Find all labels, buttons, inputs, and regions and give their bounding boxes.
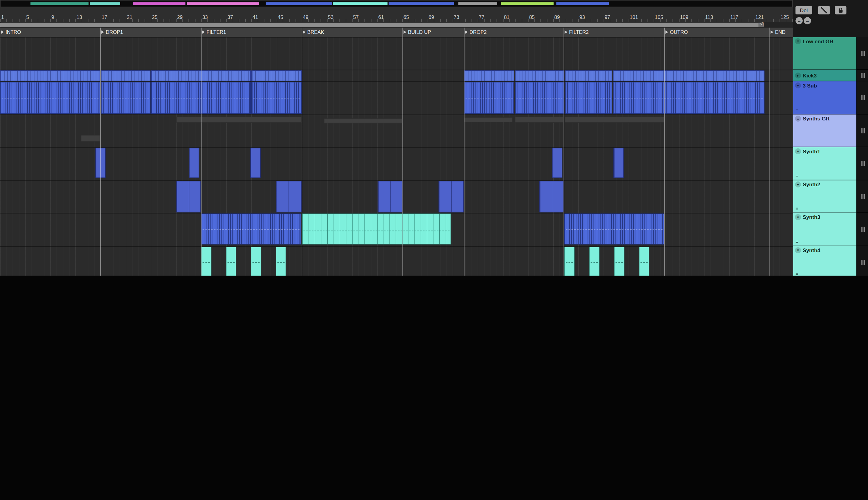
clip[interactable]: [439, 181, 464, 212]
clip[interactable]: [614, 247, 624, 276]
track-header-synth3[interactable]: ▾Synth3≡: [793, 213, 856, 246]
track-meter: [857, 70, 868, 81]
clip[interactable]: [0, 82, 100, 114]
track-header-low-end-gr[interactable]: ≡Low end GR: [793, 37, 856, 70]
clip[interactable]: [565, 70, 612, 81]
section-line: [201, 28, 202, 276]
track-header-3-sub[interactable]: ▾3 Sub≡: [793, 81, 856, 115]
clip[interactable]: [0, 70, 100, 81]
fold-icon[interactable]: ▾: [795, 247, 801, 253]
forward-arrow-icon[interactable]: →: [804, 17, 811, 24]
clip[interactable]: [539, 181, 564, 212]
locator-filter2[interactable]: FILTER2: [565, 28, 589, 37]
clip[interactable]: [251, 82, 302, 114]
menu-icon[interactable]: ≡: [795, 38, 801, 44]
clip[interactable]: [251, 247, 261, 276]
footer-menu-icon: ≡: [796, 273, 798, 276]
footer-menu-icon: ≡: [796, 109, 798, 113]
track-meter: [857, 246, 868, 276]
track-header-kick3[interactable]: ▸Kick3: [793, 70, 856, 81]
meter-bar: [864, 50, 865, 56]
locator-label: INTRO: [5, 29, 21, 35]
track-header-synth2[interactable]: ▾Synth2≡: [793, 180, 856, 213]
fade-mode-icon[interactable]: [818, 6, 830, 14]
bar-number: 13: [77, 14, 82, 20]
clip[interactable]: [201, 247, 211, 276]
track-name: Synth3: [803, 214, 820, 220]
clip[interactable]: [101, 82, 150, 114]
clip[interactable]: [565, 117, 664, 123]
track-header-synths-gr[interactable]: ≡Synths GR: [793, 115, 856, 147]
fold-icon[interactable]: ▾: [795, 148, 801, 154]
back-arrow-icon[interactable]: ←: [796, 17, 803, 24]
play-icon[interactable]: ▸: [795, 72, 801, 78]
clip[interactable]: [464, 82, 514, 114]
locator-intro[interactable]: INTRO: [1, 28, 21, 37]
delete-button[interactable]: Del: [796, 6, 812, 14]
clip[interactable]: [302, 213, 451, 245]
clip[interactable]: [324, 118, 403, 123]
locator-break[interactable]: BREAK: [303, 28, 324, 37]
fold-icon[interactable]: ▾: [795, 214, 801, 220]
clip[interactable]: [251, 70, 302, 81]
clip[interactable]: [81, 135, 100, 142]
clip[interactable]: [250, 148, 260, 178]
track-header-synth1[interactable]: ▾Synth1≡: [793, 147, 856, 181]
clip[interactable]: [101, 70, 150, 81]
clip[interactable]: [464, 117, 513, 122]
clip[interactable]: [276, 247, 286, 276]
locator-outro[interactable]: OUTRO: [665, 28, 688, 37]
bar-number: 49: [303, 14, 308, 20]
clip[interactable]: [226, 247, 236, 276]
fold-icon[interactable]: ▾: [795, 181, 801, 188]
clip[interactable]: [565, 82, 612, 114]
bar-number: 93: [579, 14, 585, 20]
horizontal-scrollbar[interactable]: [0, 22, 793, 28]
clip[interactable]: [589, 247, 599, 276]
locator-end[interactable]: END: [771, 28, 786, 37]
clip[interactable]: [613, 148, 624, 178]
clip[interactable]: [564, 247, 575, 276]
lock-icon[interactable]: [835, 6, 846, 14]
arrangement-overview[interactable]: [0, 0, 793, 8]
clip[interactable]: [515, 70, 564, 81]
track-header-synth4[interactable]: ▾Synth4≡: [793, 246, 856, 276]
bar-ruler[interactable]: 1591317212529333741454953576165697377818…: [0, 7, 793, 22]
bar-number: 25: [152, 14, 157, 20]
locator-drop2[interactable]: DROP2: [465, 28, 487, 37]
locator-flag-icon: [404, 31, 406, 34]
bar-number: 101: [630, 14, 638, 20]
clip[interactable]: [515, 82, 564, 114]
locator-flag-icon: [565, 31, 567, 34]
clip[interactable]: [613, 70, 764, 81]
clip[interactable]: [189, 148, 199, 178]
loop-end-marker-icon[interactable]: ◁: [759, 20, 763, 26]
locator-flag-icon: [1, 31, 4, 34]
bar-number: 53: [328, 14, 333, 20]
clip[interactable]: [176, 181, 201, 212]
locator-flag-icon: [771, 31, 774, 34]
track-name: Kick3: [803, 72, 817, 78]
locator-filter1[interactable]: FILTER1: [202, 28, 226, 37]
clip[interactable]: [176, 117, 302, 123]
clip[interactable]: [464, 70, 514, 81]
menu-icon[interactable]: ≡: [795, 115, 801, 122]
track-meter: [857, 213, 868, 246]
clip[interactable]: [613, 82, 764, 114]
clip[interactable]: [377, 181, 403, 212]
clip[interactable]: [564, 213, 665, 245]
locator-drop1[interactable]: DROP1: [101, 28, 123, 37]
clip[interactable]: [276, 181, 302, 212]
fold-icon[interactable]: ▾: [795, 82, 801, 88]
meter-bar: [864, 227, 865, 232]
clip[interactable]: [515, 117, 564, 123]
section-line: [100, 28, 101, 276]
arrangement-area[interactable]: S RiS RiS RiT_TSDR_126_voT_TSDR_126_voT_…: [0, 37, 793, 276]
scrollbar-thumb[interactable]: [0, 23, 764, 27]
clip[interactable]: [201, 213, 301, 245]
meter-bar: [864, 95, 865, 100]
bar-number: 61: [378, 14, 384, 20]
clip[interactable]: [552, 148, 562, 178]
clip[interactable]: [639, 247, 649, 276]
locator-build-up[interactable]: BUILD UP: [404, 28, 431, 37]
